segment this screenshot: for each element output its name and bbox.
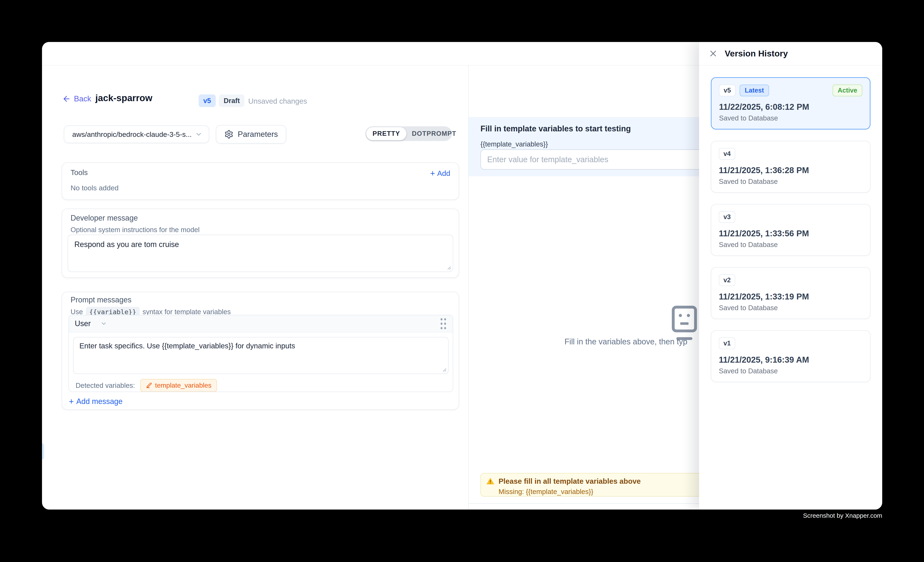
role-select-value: User xyxy=(75,319,91,328)
pencil-icon xyxy=(146,382,153,389)
unsaved-changes-label: Unsaved changes xyxy=(248,97,307,105)
version-badges-row: v1 xyxy=(719,338,862,349)
add-message-label: Add message xyxy=(76,397,122,406)
version-timestamp: 11/22/2025, 6:08:12 PM xyxy=(719,102,862,112)
draft-badge: Draft xyxy=(219,94,244,107)
version-timestamp: 11/21/2025, 1:33:19 PM xyxy=(719,292,862,301)
version-storage: Saved to Database xyxy=(719,241,862,249)
close-icon[interactable] xyxy=(708,49,718,58)
template-variable-chip-label: template_variables xyxy=(155,381,212,389)
model-select[interactable]: aws/anthropic/bedrock-claude-3-5-s... xyxy=(64,126,209,143)
back-label: Back xyxy=(74,94,91,103)
variable-name-label: {{template_variables}} xyxy=(480,140,548,148)
developer-message-card: Developer message Optional system instru… xyxy=(62,209,459,278)
prompt-messages-title: Prompt messages xyxy=(70,296,132,304)
version-storage: Saved to Database xyxy=(719,178,862,185)
empty-state-text: Fill in the variables above, then typ xyxy=(564,337,687,346)
desktop-background: { "header": { "back_label": "Back", "tit… xyxy=(0,0,924,562)
plus-icon: + xyxy=(69,397,74,406)
developer-message-subtitle: Optional system instructions for the mod… xyxy=(70,226,200,234)
warning-box: Please fill in all template variables ab… xyxy=(480,473,716,496)
parameters-label: Parameters xyxy=(238,130,278,139)
version-card[interactable]: v4 11/21/2025, 1:36:28 PM Saved to Datab… xyxy=(711,141,870,193)
version-number-badge: v1 xyxy=(719,338,735,349)
version-timestamp: 11/21/2025, 9:16:39 AM xyxy=(719,355,862,365)
add-tool-button[interactable]: + Add xyxy=(430,169,450,178)
template-variable-chip[interactable]: template_variables xyxy=(140,379,217,392)
version-badges-row: v4 xyxy=(719,148,862,160)
variables-panel-title: Fill in template variables to start test… xyxy=(480,124,631,133)
tools-title: Tools xyxy=(70,168,88,177)
version-storage: Saved to Database xyxy=(719,114,862,122)
drag-handle-icon[interactable] xyxy=(440,317,447,330)
version-history-title: Version History xyxy=(725,49,788,58)
prompt-messages-card: Prompt messages Use {{variable}} syntax … xyxy=(62,292,459,410)
user-message-input[interactable]: Enter task specifics. Use {{template_var… xyxy=(74,338,448,374)
app-window: Back jack-sparrow v5 Draft Unsaved chang… xyxy=(42,42,882,510)
version-card[interactable]: v3 11/21/2025, 1:33:56 PM Saved to Datab… xyxy=(711,204,870,256)
version-history-panel: Version History v5 Latest Active 11/22/2… xyxy=(699,42,882,510)
version-number-badge: v5 xyxy=(719,85,735,96)
latest-badge: Latest xyxy=(740,85,769,96)
gear-icon xyxy=(224,130,234,139)
version-badges-row: v5 Latest Active xyxy=(719,85,862,96)
toggle-pretty[interactable]: PRETTY xyxy=(366,127,406,140)
developer-message-title: Developer message xyxy=(70,214,138,223)
version-storage: Saved to Database xyxy=(719,367,862,375)
parameters-button[interactable]: Parameters xyxy=(216,125,286,143)
version-number-badge: v3 xyxy=(719,211,735,223)
tools-card: Tools + Add No tools added xyxy=(62,163,459,200)
version-number-badge: v2 xyxy=(719,274,735,286)
version-card[interactable]: v5 Latest Active 11/22/2025, 6:08:12 PM … xyxy=(711,77,870,130)
add-message-button[interactable]: + Add message xyxy=(69,397,123,406)
user-message-box: Enter task specifics. Use {{template_var… xyxy=(73,337,448,374)
plus-icon: + xyxy=(430,169,435,178)
version-number-badge: v4 xyxy=(719,148,735,160)
add-tool-label: Add xyxy=(437,169,450,178)
version-timestamp: 11/21/2025, 1:33:56 PM xyxy=(719,229,862,238)
version-badges-row: v2 xyxy=(719,274,862,286)
tools-empty-text: No tools added xyxy=(70,184,118,192)
detected-variables-row: Detected variables: template_variables xyxy=(73,374,448,392)
version-history-list: v5 Latest Active 11/22/2025, 6:08:12 PM … xyxy=(699,66,882,394)
version-storage: Saved to Database xyxy=(719,304,862,312)
developer-message-input[interactable]: Respond as you are tom cruise xyxy=(68,235,453,272)
version-card[interactable]: v1 11/21/2025, 9:16:39 AM Saved to Datab… xyxy=(711,330,870,382)
collapsed-panel-handle[interactable] xyxy=(42,443,44,460)
version-card[interactable]: v2 11/21/2025, 1:33:19 PM Saved to Datab… xyxy=(711,267,870,319)
message-block: User Enter task specifics. Use {{templat… xyxy=(69,315,453,392)
message-header: User xyxy=(69,315,453,332)
role-select[interactable]: User xyxy=(75,319,107,328)
chevron-down-icon xyxy=(100,320,107,327)
version-timestamp: 11/21/2025, 1:36:28 PM xyxy=(719,166,862,175)
view-mode-toggle: PRETTY DOTPROMPT xyxy=(365,126,452,141)
variable-value-input[interactable] xyxy=(480,149,716,170)
back-button[interactable]: Back xyxy=(62,94,91,103)
toggle-dotprompt[interactable]: DOTPROMPT xyxy=(406,130,462,138)
warning-title: Please fill in all template variables ab… xyxy=(498,477,641,486)
developer-message-box: Respond as you are tom cruise xyxy=(68,235,453,272)
model-select-value: aws/anthropic/bedrock-claude-3-5-s... xyxy=(72,130,192,139)
page-title: jack-sparrow xyxy=(95,93,152,103)
active-badge: Active xyxy=(832,85,862,96)
watermark-text: Screenshot by Xnapper.com xyxy=(803,512,882,519)
version-badges-row: v3 xyxy=(719,211,862,223)
version-badge: v5 xyxy=(199,94,216,107)
version-history-header: Version History xyxy=(699,42,882,66)
chevron-down-icon xyxy=(195,130,202,138)
warning-missing-text: Missing: {{template_variables}} xyxy=(498,488,711,496)
warning-icon xyxy=(486,477,495,486)
message-body: Enter task specifics. Use {{template_var… xyxy=(69,332,453,392)
detected-variables-label: Detected variables: xyxy=(76,381,135,390)
back-arrow-icon xyxy=(62,94,71,103)
